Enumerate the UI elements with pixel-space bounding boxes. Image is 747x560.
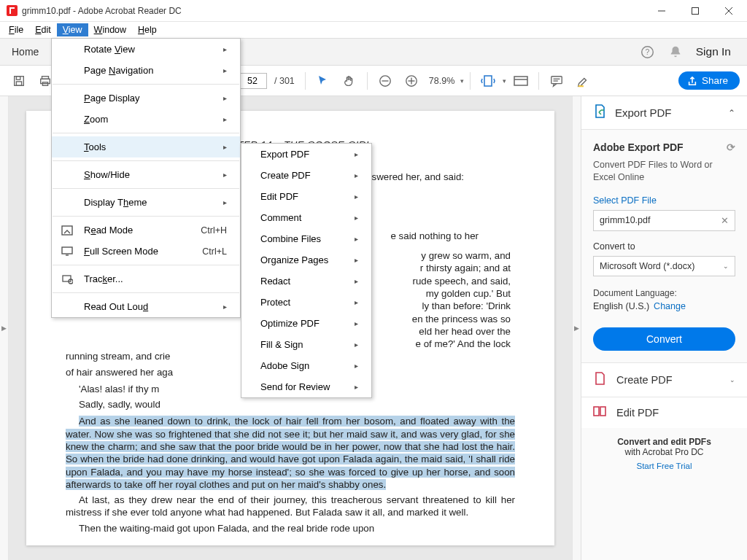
right-gutter[interactable]: ▶ bbox=[572, 96, 581, 560]
hand-tool-icon[interactable] bbox=[338, 69, 361, 93]
menu-full-screen[interactable]: Full Screen ModeCtrl+L bbox=[52, 241, 240, 262]
clear-file-icon[interactable]: ✕ bbox=[721, 215, 729, 226]
menu-page-display[interactable]: Page Display▸ bbox=[52, 88, 240, 109]
svg-rect-10 bbox=[16, 76, 20, 79]
submenu-comment[interactable]: Comment▸ bbox=[241, 207, 371, 228]
page-total: / 301 bbox=[274, 76, 295, 86]
submenu-send-for-review[interactable]: Send for Review▸ bbox=[241, 376, 371, 397]
submenu-redact[interactable]: Redact▸ bbox=[241, 271, 371, 292]
selected-filename: grimm10.pdf bbox=[600, 215, 650, 225]
submenu-create-pdf[interactable]: Create PDF▸ bbox=[241, 165, 371, 186]
minimize-button[interactable] bbox=[645, 0, 678, 22]
format-select[interactable]: Microsoft Word (*.docx) ⌄ bbox=[593, 256, 735, 276]
side-footer: Convert and edit PDFs with Acrobat Pro D… bbox=[581, 428, 747, 479]
svg-rect-20 bbox=[484, 76, 492, 86]
menu-rotate-view[interactable]: Rotate View▸ bbox=[52, 39, 240, 60]
format-value: Microsoft Word (*.docx) bbox=[600, 261, 694, 271]
svg-rect-32 bbox=[63, 276, 71, 281]
menu-tools[interactable]: Tools▸ bbox=[52, 136, 240, 158]
export-pdf-icon bbox=[593, 104, 606, 122]
maximize-button[interactable] bbox=[678, 0, 712, 22]
create-pdf-icon bbox=[593, 372, 606, 388]
left-panel-toggle[interactable]: ▶ bbox=[0, 96, 9, 560]
submenu-combine-files[interactable]: Combine Files▸ bbox=[241, 228, 371, 249]
full-screen-icon bbox=[61, 245, 74, 258]
export-subtitle: Convert PDF Files to Word or Excel Onlin… bbox=[593, 159, 735, 184]
menu-help[interactable]: Help bbox=[132, 23, 163, 36]
zoom-out-icon[interactable] bbox=[374, 69, 397, 93]
fit-width-icon[interactable] bbox=[476, 69, 500, 93]
menu-show-hide[interactable]: Show/Hide▸ bbox=[52, 164, 240, 185]
doc-language-value: English (U.S.)Change bbox=[593, 301, 735, 311]
svg-text:?: ? bbox=[646, 48, 650, 56]
change-language-link[interactable]: Change bbox=[654, 301, 686, 311]
doc-language-label: Document Language: bbox=[593, 288, 735, 298]
chevron-up-icon: ⌃ bbox=[728, 108, 735, 118]
tracker-icon bbox=[61, 273, 74, 286]
convert-to-label: Convert to bbox=[593, 241, 735, 252]
svg-rect-28 bbox=[600, 407, 605, 416]
save-icon[interactable] bbox=[7, 69, 31, 93]
side-panel: Export PDF ⌃ Adobe Export PDF ⟳ Convert … bbox=[581, 96, 747, 560]
side-section-create-pdf[interactable]: Create PDF ⌄ bbox=[581, 362, 747, 397]
zoom-dropdown-icon[interactable]: ▾ bbox=[460, 77, 464, 85]
submenu-optimize-pdf[interactable]: Optimize PDF▸ bbox=[241, 313, 371, 334]
doc-text: Sadly, sadly, would bbox=[66, 398, 515, 411]
selected-file-box[interactable]: grimm10.pdf ✕ bbox=[593, 210, 735, 231]
submenu-adobe-sign[interactable]: Adobe Sign▸ bbox=[241, 355, 371, 376]
page-view-icon[interactable] bbox=[509, 69, 533, 93]
zoom-in-icon[interactable] bbox=[400, 69, 423, 93]
edit-pdf-label: Edit PDF bbox=[616, 407, 735, 419]
share-button[interactable]: Share bbox=[678, 71, 740, 90]
menu-window[interactable]: Window bbox=[88, 23, 132, 36]
side-panel-header-export[interactable]: Export PDF ⌃ bbox=[581, 96, 747, 130]
menu-read-mode[interactable]: Read ModeCtrl+H bbox=[52, 219, 240, 241]
read-mode-icon bbox=[61, 224, 74, 237]
menu-bar: File Edit View Window Help bbox=[0, 22, 747, 38]
highlight-icon[interactable] bbox=[571, 69, 595, 93]
svg-rect-23 bbox=[551, 76, 562, 83]
menu-view[interactable]: View bbox=[57, 23, 88, 36]
bell-icon[interactable] bbox=[668, 44, 683, 59]
menu-zoom[interactable]: Zoom▸ bbox=[52, 109, 240, 130]
submenu-edit-pdf[interactable]: Edit PDF▸ bbox=[241, 186, 371, 207]
doc-text-highlighted: And as she leaned down to drink, the loc… bbox=[66, 415, 515, 491]
footer-line1: Convert and edit PDFs bbox=[587, 437, 741, 447]
chevron-down-icon: ⌄ bbox=[729, 376, 735, 384]
svg-rect-2 bbox=[11, 9, 15, 14]
svg-rect-11 bbox=[16, 81, 21, 85]
export-title: Adobe Export PDF bbox=[593, 141, 684, 153]
submenu-organize-pages[interactable]: Organize Pages▸ bbox=[241, 249, 371, 271]
footer-line2: with Acrobat Pro DC bbox=[587, 447, 741, 457]
menu-edit[interactable]: Edit bbox=[29, 23, 57, 36]
convert-button[interactable]: Convert bbox=[593, 327, 735, 351]
export-pdf-label: Export PDF bbox=[615, 106, 728, 119]
close-button[interactable] bbox=[712, 0, 746, 22]
side-section-edit-pdf[interactable]: Edit PDF bbox=[581, 397, 747, 428]
start-free-trial-link[interactable]: Start Free Trial bbox=[587, 462, 741, 470]
menu-file[interactable]: File bbox=[3, 23, 29, 36]
fit-dropdown-icon[interactable]: ▾ bbox=[503, 77, 506, 85]
selection-tool-icon[interactable] bbox=[311, 69, 335, 93]
menu-page-navigation[interactable]: Page Navigation▸ bbox=[52, 60, 240, 81]
menu-tracker[interactable]: Tracker... bbox=[52, 268, 240, 289]
refresh-icon[interactable]: ⟳ bbox=[727, 141, 735, 153]
comment-icon[interactable] bbox=[545, 69, 568, 93]
export-panel-body: Adobe Export PDF ⟳ Convert PDF Files to … bbox=[581, 130, 747, 362]
menu-display-theme[interactable]: Display Theme▸ bbox=[52, 192, 240, 213]
submenu-protect[interactable]: Protect▸ bbox=[241, 292, 371, 313]
submenu-export-pdf[interactable]: Export PDF▸ bbox=[241, 144, 371, 165]
title-bar: grimm10.pdf - Adobe Acrobat Reader DC bbox=[0, 0, 747, 22]
app-icon bbox=[6, 5, 18, 17]
svg-rect-21 bbox=[514, 77, 527, 85]
menu-read-out-loud[interactable]: Read Out Loud▸ bbox=[52, 296, 240, 317]
zoom-value: 78.9% bbox=[429, 76, 454, 86]
tab-home[interactable]: Home bbox=[0, 39, 50, 65]
select-file-label: Select PDF File bbox=[593, 195, 735, 206]
svg-rect-13 bbox=[41, 79, 50, 83]
help-icon[interactable]: ? bbox=[640, 44, 655, 59]
sign-in-link[interactable]: Sign In bbox=[696, 45, 731, 58]
doc-text: Then the waiting-maid got upon Falada, a… bbox=[66, 522, 515, 534]
page-number-input[interactable] bbox=[238, 73, 267, 89]
submenu-fill-sign[interactable]: Fill & Sign▸ bbox=[241, 334, 371, 355]
